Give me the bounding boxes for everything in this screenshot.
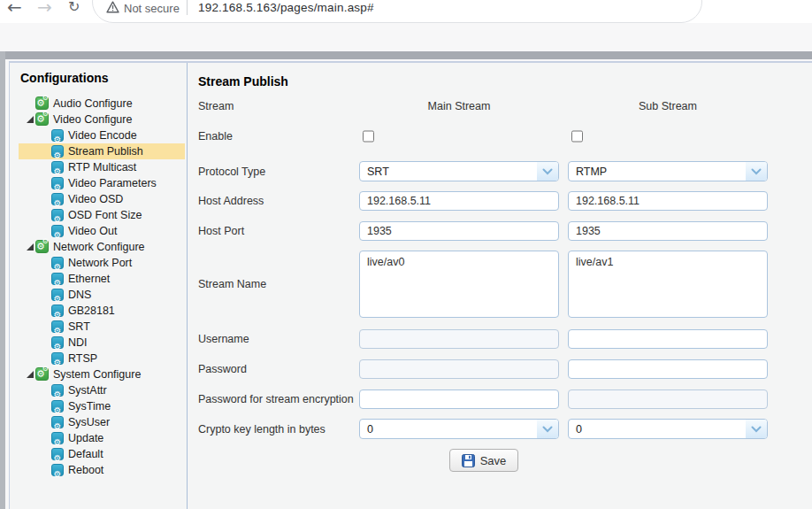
sidebar-item-reboot[interactable]: ⚙ Reboot [10,462,187,478]
back-icon[interactable]: ← [7,0,22,18]
url-text[interactable]: 192.168.5.163/pages/main.asp# [198,1,374,14]
sub-stream-header: Sub Stream [568,100,768,112]
gear-icon: ⚙ [51,145,64,158]
sidebar-item-video-out[interactable]: ⚙ Video Out [10,223,187,239]
crypto-key-length-sub-select[interactable]: 0 [568,419,768,439]
not-secure-warning-icon [106,1,119,17]
expand-arrow-icon[interactable] [27,116,34,123]
tree-item-label: OSD Font Size [68,209,142,221]
gear-icon: ⚙ [51,352,64,365]
password-sub-input[interactable] [568,359,768,379]
sidebar-item-systattr[interactable]: ⚙ SystAttr [10,382,187,398]
group-gears-icon: ⚙⚙ [35,367,49,381]
tree-item-label: SystAttr [68,384,107,397]
tree-item-label: RTP Multicast [68,161,136,174]
sidebar-item-default[interactable]: ⚙ Default [10,446,187,462]
main-stream-header: Main Stream [359,100,559,112]
gear-icon: ⚙ [51,129,64,142]
gear-icon: ⚙ [51,209,64,221]
omnibox-separator [187,0,188,15]
sidebar-item-srt[interactable]: ⚙ SRT [10,319,187,335]
tree-item-label: Video Configure [53,113,132,126]
sidebar-item-systime[interactable]: ⚙ SysTime [10,398,187,414]
password-encryption-label: Password for stream encryption [198,393,354,405]
save-icon [462,454,475,467]
sidebar-title: Configurations [20,71,109,85]
protocol-type-row: Protocol Type SRT RTMP [187,161,812,181]
stream-column-label: Stream [198,100,234,112]
chevron-down-icon [746,162,767,181]
protocol-type-sub-select[interactable]: RTMP [568,161,768,181]
sidebar-item-dns[interactable]: ⚙ DNS [10,287,187,303]
gear-icon: ⚙ [51,320,64,333]
gear-icon: ⚙ [51,305,64,317]
sidebar-item-network-configure[interactable]: ⚙⚙ Network Configure [10,239,187,255]
tree-item-label: RTSP [68,352,97,365]
stream-name-label: Stream Name [198,278,266,290]
tree-item-label: Network Port [68,257,132,269]
left-edge-strip [0,51,5,509]
stream-name-sub-textarea[interactable]: live/av1 [568,251,768,318]
sidebar-item-gb28181[interactable]: ⚙ GB28181 [10,303,187,319]
sidebar-item-audio-configure[interactable]: ⚙⚙ Audio Configure [10,96,187,112]
password-encryption-main-input[interactable] [359,389,559,409]
host-port-main-input[interactable] [359,221,559,241]
sidebar-item-video-configure[interactable]: ⚙⚙ Video Configure [10,112,187,127]
password-row: Password [187,359,812,379]
protocol-type-label: Protocol Type [198,166,265,178]
sidebar-item-update[interactable]: ⚙ Update [10,430,187,446]
sidebar-item-rtp-multicast[interactable]: ⚙ RTP Multicast [10,159,187,175]
gear-icon: ⚙ [51,161,64,174]
gear-icon: ⚙ [51,448,64,460]
expand-arrow-icon[interactable] [27,371,34,378]
crypto-key-length-main-select[interactable]: 0 [359,419,559,439]
expand-arrow-icon[interactable] [27,243,34,251]
tree-item-label: Ethernet [68,273,110,285]
sidebar-item-network-port[interactable]: ⚙ Network Port [10,255,187,271]
sidebar-item-osd-font-size[interactable]: ⚙ OSD Font Size [10,207,187,223]
group-gears-icon: ⚙⚙ [35,240,49,253]
tree-item-label: Default [68,448,103,460]
host-port-sub-input[interactable] [568,221,768,241]
sidebar-item-rtsp[interactable]: ⚙ RTSP [10,351,187,366]
config-tree: ⚙⚙ Audio Configure ⚙⚙ Video Configure ⚙ … [10,96,187,478]
sidebar-item-ethernet[interactable]: ⚙ Ethernet [10,271,187,287]
host-address-sub-input[interactable] [568,191,768,211]
browser-toolbar: ← → ↻ Not secure 192.168.5.163/pages/mai… [0,0,812,23]
password-label: Password [198,363,247,375]
chevron-down-icon [537,162,558,181]
column-header-row: Stream Main Stream Sub Stream [187,98,812,114]
gear-icon: ⚙ [51,464,64,476]
sidebar-item-video-osd[interactable]: ⚙ Video OSD [10,191,187,207]
host-address-label: Host Address [198,195,264,207]
tree-item-label: GB28181 [68,305,115,317]
sidebar-item-ndi[interactable]: ⚙ NDI [10,335,187,351]
forward-icon: → [37,0,52,18]
group-gears-icon: ⚙⚙ [35,96,49,110]
address-bar[interactable] [92,0,702,23]
stream-name-main-textarea[interactable]: live/av0 [359,251,559,318]
tree-item-label: Network Configure [53,241,145,253]
gear-icon: ⚙ [51,416,64,428]
tree-item-label: Reboot [68,464,103,476]
tree-item-label: Video Out [68,225,117,237]
tree-item-label: Video Encode [68,129,137,142]
save-button[interactable]: Save [449,449,518,472]
select-value: 0 [576,423,582,436]
username-sub-input[interactable] [568,329,768,349]
host-port-label: Host Port [198,225,244,237]
gear-icon: ⚙ [51,289,64,301]
refresh-icon[interactable]: ↻ [68,0,80,15]
gear-icon: ⚙ [51,257,64,269]
sidebar-item-system-configure[interactable]: ⚙⚙ System Configure [10,366,187,382]
screen: ← → ↻ Not secure 192.168.5.163/pages/mai… [0,0,812,509]
password-encryption-row: Password for stream encryption [187,389,812,409]
enable-main-checkbox[interactable] [363,131,374,143]
enable-sub-checkbox[interactable] [571,131,583,143]
sidebar-item-sysuser[interactable]: ⚙ SysUser [10,414,187,430]
sidebar-item-video-encode[interactable]: ⚙ Video Encode [10,127,187,143]
sidebar-item-stream-publish[interactable]: ⚙ Stream Publish [10,143,187,159]
protocol-type-main-select[interactable]: SRT [359,161,559,181]
host-address-main-input[interactable] [359,191,559,211]
sidebar-item-video-parameters[interactable]: ⚙ Video Parameters [10,175,187,191]
